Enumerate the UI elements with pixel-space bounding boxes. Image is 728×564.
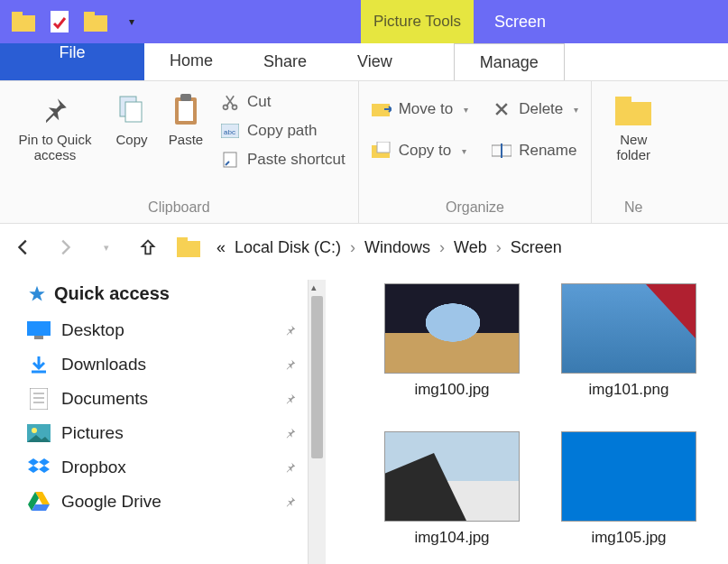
forward-button[interactable] <box>52 237 78 257</box>
paste-button[interactable]: Paste <box>162 88 209 151</box>
move-to-label: Move to <box>399 100 453 118</box>
sidebar-item-google-drive[interactable]: Google Drive <box>27 485 308 519</box>
chevron-right-icon: › <box>350 238 355 257</box>
ribbon: Pin to Quick access Copy Paste <box>0 81 728 224</box>
ribbon-group-organize: Move to ▾ Copy to ▾ Delete ▾ <box>359 81 593 223</box>
pin-to-quick-access-label: Pin to Quick access <box>14 132 96 162</box>
new-folder-button[interactable]: New folder <box>601 88 666 166</box>
copy-button[interactable]: Copy <box>108 88 155 151</box>
sidebar-item-label: Downloads <box>61 355 146 374</box>
clipboard-group-label: Clipboard <box>9 196 349 219</box>
move-to-icon <box>372 99 392 119</box>
cut-label: Cut <box>247 93 271 111</box>
breadcrumb[interactable]: « Local Disk (C:) › Windows › Web › Scre… <box>217 238 562 257</box>
navigation-pane: Quick access Desktop Downloads Documents… <box>0 271 329 564</box>
svg-point-10 <box>224 105 228 109</box>
chevron-down-icon: ▾ <box>574 105 578 115</box>
file-item[interactable]: img104.jpg <box>380 431 524 547</box>
file-thumbnail <box>384 283 520 374</box>
back-button[interactable] <box>11 237 36 257</box>
rename-icon <box>492 141 511 161</box>
nav-pane-scrollbar[interactable]: ▴ <box>308 280 326 564</box>
folder-icon[interactable] <box>177 237 200 257</box>
paste-shortcut-label: Paste shortcut <box>247 151 346 169</box>
file-thumbnail <box>384 431 520 522</box>
svg-rect-21 <box>615 97 631 106</box>
breadcrumb-item[interactable]: Web <box>454 238 487 257</box>
sidebar-item-pictures[interactable]: Pictures <box>27 416 308 450</box>
tab-home[interactable]: Home <box>144 43 238 80</box>
pin-icon <box>284 427 297 439</box>
sidebar-item-documents[interactable]: Documents <box>27 382 308 416</box>
delete-button[interactable]: Delete ▾ <box>488 97 582 121</box>
svg-rect-1 <box>12 12 23 19</box>
svg-rect-17 <box>377 142 390 153</box>
svg-rect-25 <box>34 336 43 339</box>
picture-tools-context-tab[interactable]: Picture Tools <box>361 0 474 43</box>
svg-rect-6 <box>125 102 142 122</box>
dropbox-icon <box>27 456 51 479</box>
explorer-body: Quick access Desktop Downloads Documents… <box>0 271 728 564</box>
file-thumbnail <box>561 283 696 374</box>
breadcrumb-item[interactable]: Local Disk (C:) <box>235 238 341 257</box>
svg-rect-23 <box>177 237 188 245</box>
scroll-thumb[interactable] <box>311 296 323 458</box>
sidebar-item-label: Pictures <box>61 423 124 443</box>
sidebar-item-dropbox[interactable]: Dropbox <box>27 450 308 485</box>
move-to-button[interactable]: Move to ▾ <box>368 97 472 121</box>
tab-share[interactable]: Share <box>238 43 332 80</box>
quick-access-star-icon <box>27 284 47 304</box>
file-name: img101.png <box>589 381 669 399</box>
ribbon-group-clipboard: Pin to Quick access Copy Paste <box>0 81 359 223</box>
pin-icon <box>284 324 297 337</box>
pin-to-quick-access-button[interactable]: Pin to Quick access <box>9 88 101 166</box>
sidebar-item-downloads[interactable]: Downloads <box>27 347 308 382</box>
sidebar-item-desktop[interactable]: Desktop <box>27 313 308 347</box>
file-item[interactable]: img101.png <box>557 283 701 399</box>
tab-manage[interactable]: Manage <box>454 43 565 80</box>
svg-rect-26 <box>30 388 48 410</box>
new-folder-label: New folder <box>606 132 660 162</box>
rename-button[interactable]: Rename <box>488 139 582 162</box>
pin-icon <box>284 461 297 474</box>
cut-button[interactable]: Cut <box>217 90 349 114</box>
tab-view[interactable]: View <box>332 43 418 80</box>
breadcrumb-prefix: « <box>217 238 226 257</box>
customize-qat-dropdown[interactable]: ▾ <box>119 9 144 34</box>
delete-label: Delete <box>519 100 563 118</box>
paste-icon <box>168 92 204 128</box>
file-item[interactable]: img100.jpg <box>380 283 524 399</box>
file-name: img100.jpg <box>414 381 489 399</box>
google-drive-icon <box>27 490 51 513</box>
svg-rect-4 <box>84 12 95 19</box>
breadcrumb-item[interactable]: Windows <box>364 238 430 257</box>
file-name: img105.jpg <box>591 529 666 547</box>
chevron-right-icon: › <box>496 238 502 257</box>
copy-path-button[interactable]: abc Copy path <box>217 119 349 143</box>
copy-label: Copy <box>115 132 147 147</box>
quick-access-header[interactable]: Quick access <box>27 280 308 313</box>
paste-shortcut-button[interactable]: Paste shortcut <box>217 148 349 171</box>
scroll-up-icon[interactable]: ▴ <box>311 282 317 293</box>
folder-icon[interactable] <box>11 9 36 34</box>
documents-icon <box>27 387 51 411</box>
new-folder-icon[interactable] <box>83 9 108 34</box>
properties-icon[interactable] <box>47 9 72 34</box>
tab-file[interactable]: File <box>0 43 144 80</box>
copy-to-button[interactable]: Copy to ▾ <box>368 139 472 162</box>
svg-rect-8 <box>179 101 193 121</box>
delete-icon <box>492 99 511 119</box>
up-button[interactable] <box>135 237 161 257</box>
file-item[interactable]: img105.jpg <box>557 431 701 547</box>
recent-locations-dropdown[interactable]: ▾ <box>94 242 119 254</box>
breadcrumb-item[interactable]: Screen <box>511 238 562 257</box>
sidebar-item-label: Google Drive <box>61 492 161 512</box>
copy-to-icon <box>372 141 392 161</box>
sidebar-item-label: Documents <box>61 389 148 409</box>
quick-access-label: Quick access <box>54 283 170 304</box>
ribbon-tabs: File Home Share View Manage <box>0 43 728 81</box>
copy-path-label: Copy path <box>247 122 318 140</box>
cut-icon <box>220 92 240 112</box>
pin-icon <box>284 358 297 371</box>
sidebar-item-label: Desktop <box>61 320 124 340</box>
